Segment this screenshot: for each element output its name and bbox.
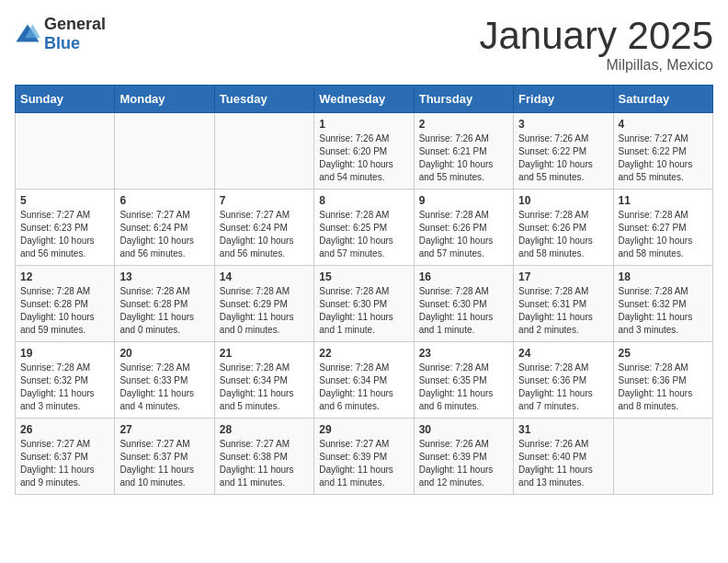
- weekday-header-thursday: Thursday: [414, 86, 513, 113]
- day-cell-24: 24Sunrise: 7:28 AM Sunset: 6:36 PM Dayli…: [514, 342, 613, 419]
- day-info-21: Sunrise: 7:28 AM Sunset: 6:34 PM Dayligh…: [220, 362, 309, 413]
- day-cell-29: 29Sunrise: 7:27 AM Sunset: 6:39 PM Dayli…: [314, 419, 414, 495]
- weekday-header-monday: Monday: [115, 86, 214, 113]
- day-info-19: Sunrise: 7:28 AM Sunset: 6:32 PM Dayligh…: [20, 362, 109, 413]
- page-header: General Blue January 2025 Milpillas, Mex…: [15, 15, 713, 74]
- weekday-header-friday: Friday: [514, 86, 613, 113]
- day-cell-4: 4Sunrise: 7:27 AM Sunset: 6:22 PM Daylig…: [613, 113, 712, 190]
- week-row-5: 26Sunrise: 7:27 AM Sunset: 6:37 PM Dayli…: [16, 419, 713, 495]
- weekday-header-sunday: Sunday: [16, 86, 115, 113]
- day-cell-21: 21Sunrise: 7:28 AM Sunset: 6:34 PM Dayli…: [214, 342, 313, 419]
- day-number-20: 20: [119, 347, 209, 360]
- day-number-17: 17: [518, 270, 608, 283]
- day-info-23: Sunrise: 7:28 AM Sunset: 6:35 PM Dayligh…: [419, 362, 508, 413]
- day-cell-2: 2Sunrise: 7:26 AM Sunset: 6:21 PM Daylig…: [414, 113, 513, 190]
- day-number-27: 27: [119, 423, 209, 436]
- week-row-4: 19Sunrise: 7:28 AM Sunset: 6:32 PM Dayli…: [16, 342, 713, 419]
- day-number-9: 9: [419, 194, 508, 207]
- day-cell-19: 19Sunrise: 7:28 AM Sunset: 6:32 PM Dayli…: [16, 342, 115, 419]
- day-number-11: 11: [619, 194, 708, 207]
- day-cell-22: 22Sunrise: 7:28 AM Sunset: 6:34 PM Dayli…: [314, 342, 414, 419]
- day-cell-9: 9Sunrise: 7:28 AM Sunset: 6:26 PM Daylig…: [414, 190, 513, 266]
- empty-cell: [214, 113, 313, 190]
- day-number-18: 18: [619, 270, 708, 283]
- day-number-4: 4: [619, 118, 708, 131]
- day-cell-8: 8Sunrise: 7:28 AM Sunset: 6:25 PM Daylig…: [314, 190, 414, 266]
- day-cell-15: 15Sunrise: 7:28 AM Sunset: 6:30 PM Dayli…: [314, 266, 414, 342]
- day-info-1: Sunrise: 7:26 AM Sunset: 6:20 PM Dayligh…: [319, 132, 408, 184]
- weekday-header-tuesday: Tuesday: [214, 86, 313, 113]
- day-cell-14: 14Sunrise: 7:28 AM Sunset: 6:29 PM Dayli…: [214, 266, 313, 342]
- day-info-9: Sunrise: 7:28 AM Sunset: 6:26 PM Dayligh…: [419, 209, 508, 260]
- day-info-4: Sunrise: 7:27 AM Sunset: 6:22 PM Dayligh…: [619, 132, 708, 184]
- day-cell-1: 1Sunrise: 7:26 AM Sunset: 6:20 PM Daylig…: [314, 113, 414, 190]
- logo: General Blue: [15, 15, 106, 53]
- day-number-26: 26: [20, 423, 109, 436]
- logo-icon: [15, 21, 40, 47]
- day-info-5: Sunrise: 7:27 AM Sunset: 6:23 PM Dayligh…: [20, 209, 109, 260]
- day-number-1: 1: [319, 118, 408, 131]
- day-number-28: 28: [220, 423, 309, 436]
- weekday-header-wednesday: Wednesday: [314, 86, 414, 113]
- day-info-2: Sunrise: 7:26 AM Sunset: 6:21 PM Dayligh…: [419, 132, 508, 184]
- day-info-30: Sunrise: 7:26 AM Sunset: 6:39 PM Dayligh…: [419, 438, 508, 489]
- empty-cell: [16, 113, 115, 190]
- day-info-8: Sunrise: 7:28 AM Sunset: 6:25 PM Dayligh…: [319, 209, 408, 260]
- day-number-7: 7: [220, 194, 309, 207]
- day-number-22: 22: [319, 347, 408, 360]
- day-number-2: 2: [419, 118, 508, 131]
- day-cell-5: 5Sunrise: 7:27 AM Sunset: 6:23 PM Daylig…: [16, 190, 115, 266]
- day-info-24: Sunrise: 7:28 AM Sunset: 6:36 PM Dayligh…: [518, 362, 608, 413]
- day-number-19: 19: [20, 347, 109, 360]
- title-block: January 2025 Milpillas, Mexico: [479, 15, 713, 74]
- day-info-13: Sunrise: 7:28 AM Sunset: 6:28 PM Dayligh…: [119, 285, 209, 337]
- day-number-23: 23: [419, 347, 508, 360]
- day-number-24: 24: [518, 347, 608, 360]
- day-number-25: 25: [619, 347, 708, 360]
- day-cell-30: 30Sunrise: 7:26 AM Sunset: 6:39 PM Dayli…: [414, 419, 513, 495]
- week-row-1: 1Sunrise: 7:26 AM Sunset: 6:20 PM Daylig…: [16, 113, 713, 190]
- empty-cell: [613, 419, 712, 495]
- day-cell-3: 3Sunrise: 7:26 AM Sunset: 6:22 PM Daylig…: [514, 113, 613, 190]
- day-number-8: 8: [319, 194, 408, 207]
- day-cell-12: 12Sunrise: 7:28 AM Sunset: 6:28 PM Dayli…: [16, 266, 115, 342]
- day-info-31: Sunrise: 7:26 AM Sunset: 6:40 PM Dayligh…: [518, 438, 608, 489]
- day-info-7: Sunrise: 7:27 AM Sunset: 6:24 PM Dayligh…: [220, 209, 309, 260]
- day-cell-25: 25Sunrise: 7:28 AM Sunset: 6:36 PM Dayli…: [613, 342, 712, 419]
- day-cell-27: 27Sunrise: 7:27 AM Sunset: 6:37 PM Dayli…: [115, 419, 214, 495]
- day-cell-26: 26Sunrise: 7:27 AM Sunset: 6:37 PM Dayli…: [16, 419, 115, 495]
- day-info-25: Sunrise: 7:28 AM Sunset: 6:36 PM Dayligh…: [619, 362, 708, 413]
- day-number-12: 12: [20, 270, 109, 283]
- empty-cell: [115, 113, 214, 190]
- day-cell-6: 6Sunrise: 7:27 AM Sunset: 6:24 PM Daylig…: [115, 190, 214, 266]
- day-info-26: Sunrise: 7:27 AM Sunset: 6:37 PM Dayligh…: [20, 438, 109, 489]
- day-cell-28: 28Sunrise: 7:27 AM Sunset: 6:38 PM Dayli…: [214, 419, 313, 495]
- day-cell-31: 31Sunrise: 7:26 AM Sunset: 6:40 PM Dayli…: [514, 419, 613, 495]
- day-cell-13: 13Sunrise: 7:28 AM Sunset: 6:28 PM Dayli…: [115, 266, 214, 342]
- day-number-13: 13: [119, 270, 209, 283]
- day-cell-20: 20Sunrise: 7:28 AM Sunset: 6:33 PM Dayli…: [115, 342, 214, 419]
- day-info-3: Sunrise: 7:26 AM Sunset: 6:22 PM Dayligh…: [518, 132, 608, 184]
- day-info-20: Sunrise: 7:28 AM Sunset: 6:33 PM Dayligh…: [119, 362, 209, 413]
- day-number-16: 16: [419, 270, 508, 283]
- day-info-10: Sunrise: 7:28 AM Sunset: 6:26 PM Dayligh…: [518, 209, 608, 260]
- day-info-15: Sunrise: 7:28 AM Sunset: 6:30 PM Dayligh…: [319, 285, 408, 337]
- day-cell-17: 17Sunrise: 7:28 AM Sunset: 6:31 PM Dayli…: [514, 266, 613, 342]
- week-row-2: 5Sunrise: 7:27 AM Sunset: 6:23 PM Daylig…: [16, 190, 713, 266]
- calendar-table: SundayMondayTuesdayWednesdayThursdayFrid…: [15, 85, 713, 495]
- calendar-subtitle: Milpillas, Mexico: [479, 57, 713, 74]
- day-info-28: Sunrise: 7:27 AM Sunset: 6:38 PM Dayligh…: [220, 438, 309, 489]
- day-info-29: Sunrise: 7:27 AM Sunset: 6:39 PM Dayligh…: [319, 438, 408, 489]
- day-number-31: 31: [518, 423, 608, 436]
- day-info-14: Sunrise: 7:28 AM Sunset: 6:29 PM Dayligh…: [220, 285, 309, 337]
- day-number-30: 30: [419, 423, 508, 436]
- day-number-21: 21: [220, 347, 309, 360]
- day-number-5: 5: [20, 194, 109, 207]
- day-number-10: 10: [518, 194, 608, 207]
- day-number-15: 15: [319, 270, 408, 283]
- day-cell-18: 18Sunrise: 7:28 AM Sunset: 6:32 PM Dayli…: [613, 266, 712, 342]
- logo-blue-text: Blue: [44, 34, 80, 52]
- day-info-6: Sunrise: 7:27 AM Sunset: 6:24 PM Dayligh…: [119, 209, 209, 260]
- calendar-title: January 2025: [479, 15, 713, 57]
- day-number-29: 29: [319, 423, 408, 436]
